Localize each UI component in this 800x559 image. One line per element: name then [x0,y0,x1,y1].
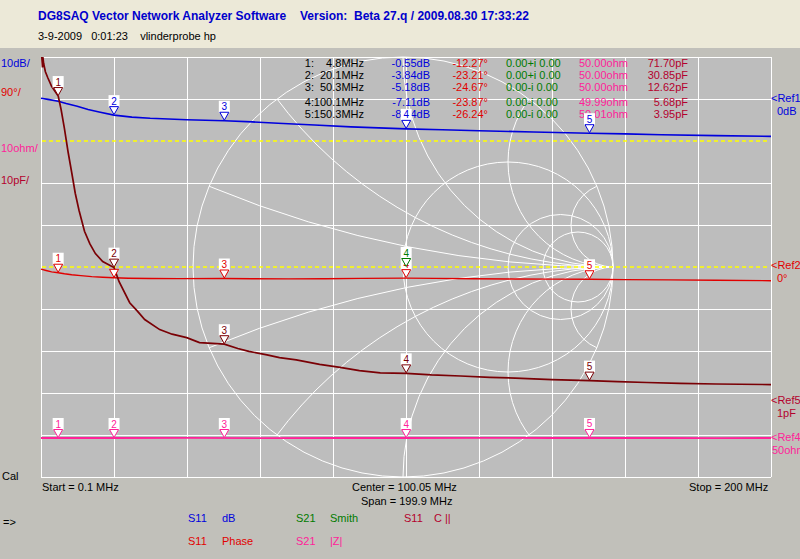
legend-s11-db-param[interactable]: S11 [188,512,207,524]
legend-s11-c-param[interactable]: S11 [404,512,423,524]
vnwa-window: DG8SAQ Vector Network Analyzer Software … [0,0,800,559]
scale-label-db: 10dB/ [1,57,30,69]
legend-s21-z-param[interactable]: S21 [296,535,316,547]
stop-frequency-label: Stop = 200 MHz [689,481,768,493]
ref5-marker[interactable]: <Ref51pF [771,394,800,420]
scale-label-phase: 90°/ [1,86,21,98]
command-prompt: => [3,516,16,528]
scale-label-pf: 10pF/ [1,174,29,186]
legend-s11-phase-format[interactable]: Phase [222,535,253,547]
start-frequency-label: Start = 0.1 MHz [42,481,119,493]
legend-s11-phase-param[interactable]: S11 [188,535,207,547]
span-frequency-label: Span = 199.9 MHz [361,495,452,507]
sweep-chart [0,0,800,559]
legend-s11-db-format[interactable]: dB [222,512,235,524]
legend-s21-smith-param[interactable]: S21 [296,512,316,524]
ref4-marker[interactable]: <Ref450ohm [771,431,800,457]
legend-s21-z-format[interactable]: |Z| [330,535,342,547]
center-frequency-label: Center = 100.05 MHz [352,481,457,493]
ref2-marker[interactable]: <Ref20° [771,259,800,285]
ref1-marker[interactable]: <Ref10dB [771,92,800,118]
legend-s21-smith-format[interactable]: Smith [330,512,358,524]
cal-status: Cal [2,470,19,482]
legend-s11-c-format[interactable]: C || [434,512,451,524]
scale-label-ohm: 10ohm/ [1,142,38,154]
